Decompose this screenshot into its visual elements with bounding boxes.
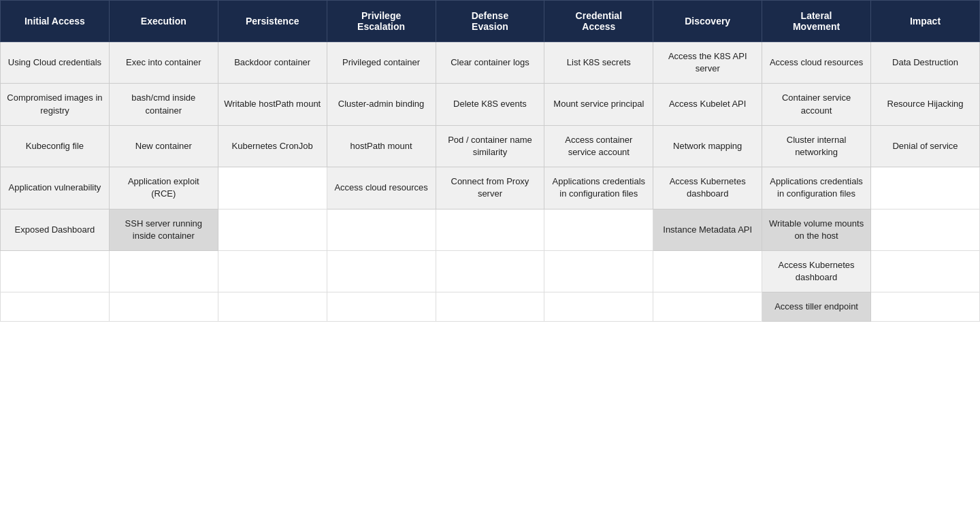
table-row: Using Cloud credentialsExec into contain… — [1, 42, 980, 84]
cell-r0-c0: Using Cloud credentials — [1, 42, 110, 84]
cell-r2-c0: Kubeconfig file — [1, 125, 110, 167]
cell-r2-c6: Network mapping — [653, 125, 762, 167]
cell-r3-c1: Application exploit (RCE) — [109, 167, 218, 209]
cell-r6-c5 — [544, 292, 653, 322]
cell-r0-c8: Data Destruction — [871, 42, 980, 84]
column-header-discovery: Discovery — [653, 1, 762, 42]
cell-r3-c3: Access cloud resources — [327, 167, 436, 209]
cell-r5-c7: Access Kubernetes dashboard — [762, 250, 871, 292]
cell-r0-c4: Clear container logs — [436, 42, 544, 84]
column-header-defense-evasion: DefenseEvasion — [436, 1, 544, 42]
cell-r1-c1: bash/cmd inside container — [109, 84, 218, 125]
column-header-privilege-escalation: PrivilegeEscalation — [327, 1, 436, 42]
cell-r1-c6: Access Kubelet API — [653, 84, 762, 125]
cell-r6-c4 — [436, 292, 544, 322]
cell-r5-c1 — [109, 250, 218, 292]
cell-r4-c1: SSH server running inside container — [109, 209, 218, 250]
cell-r5-c0 — [1, 250, 110, 292]
table-row: Exposed DashboardSSH server running insi… — [1, 209, 980, 250]
table-row: Access Kubernetes dashboard — [1, 250, 980, 292]
cell-r0-c2: Backdoor container — [218, 42, 327, 84]
cell-r6-c8 — [871, 292, 980, 322]
cell-r5-c6 — [653, 250, 762, 292]
cell-r1-c4: Delete K8S events — [436, 84, 544, 125]
cell-r6-c7: Access tiller endpoint — [762, 292, 871, 322]
cell-r5-c8 — [871, 250, 980, 292]
cell-r3-c7: Applications credentials in configuratio… — [762, 167, 871, 209]
table-row: Application vulnerabilityApplication exp… — [1, 167, 980, 209]
cell-r5-c4 — [436, 250, 544, 292]
cell-r3-c2 — [218, 167, 327, 209]
cell-r0-c5: List K8S secrets — [544, 42, 653, 84]
cell-r4-c2 — [218, 209, 327, 250]
cell-r0-c6: Access the K8S API server — [653, 42, 762, 84]
cell-r2-c3: hostPath mount — [327, 125, 436, 167]
cell-r2-c4: Pod / container name similarity — [436, 125, 544, 167]
cell-r3-c0: Application vulnerability — [1, 167, 110, 209]
table-row: Kubeconfig fileNew containerKubernetes C… — [1, 125, 980, 167]
attack-matrix-table: Initial AccessExecutionPersistencePrivil… — [0, 0, 980, 322]
cell-r1-c5: Mount service principal — [544, 84, 653, 125]
column-header-persistence: Persistence — [218, 1, 327, 42]
cell-r3-c4: Connect from Proxy server — [436, 167, 544, 209]
cell-r4-c4 — [436, 209, 544, 250]
column-header-impact: Impact — [871, 1, 980, 42]
cell-r5-c5 — [544, 250, 653, 292]
cell-r0-c3: Privileged container — [327, 42, 436, 84]
cell-r1-c0: Compromised images in registry — [1, 84, 110, 125]
cell-r5-c3 — [327, 250, 436, 292]
table-row: Compromised images in registrybash/cmd i… — [1, 84, 980, 125]
cell-r6-c6 — [653, 292, 762, 322]
cell-r4-c6: Instance Metadata API — [653, 209, 762, 250]
cell-r4-c5 — [544, 209, 653, 250]
cell-r1-c7: Container service account — [762, 84, 871, 125]
cell-r2-c2: Kubernetes CronJob — [218, 125, 327, 167]
column-header-credential-access: CredentialAccess — [544, 1, 653, 42]
cell-r0-c7: Access cloud resources — [762, 42, 871, 84]
cell-r4-c7: Writable volume mounts on the host — [762, 209, 871, 250]
cell-r0-c1: Exec into container — [109, 42, 218, 84]
cell-r6-c2 — [218, 292, 327, 322]
cell-r2-c5: Access container service account — [544, 125, 653, 167]
cell-r4-c8 — [871, 209, 980, 250]
cell-r4-c3 — [327, 209, 436, 250]
cell-r2-c8: Denial of service — [871, 125, 980, 167]
cell-r1-c3: Cluster-admin binding — [327, 84, 436, 125]
cell-r3-c6: Access Kubernetes dashboard — [653, 167, 762, 209]
cell-r3-c5: Applications credentials in configuratio… — [544, 167, 653, 209]
cell-r4-c0: Exposed Dashboard — [1, 209, 110, 250]
cell-r3-c8 — [871, 167, 980, 209]
cell-r5-c2 — [218, 250, 327, 292]
table-row: Access tiller endpoint — [1, 292, 980, 322]
cell-r6-c0 — [1, 292, 110, 322]
cell-r1-c8: Resource Hijacking — [871, 84, 980, 125]
cell-r2-c7: Cluster internal networking — [762, 125, 871, 167]
column-header-lateral-movement: LateralMovement — [762, 1, 871, 42]
cell-r6-c3 — [327, 292, 436, 322]
cell-r1-c2: Writable hostPath mount — [218, 84, 327, 125]
cell-r2-c1: New container — [109, 125, 218, 167]
cell-r6-c1 — [109, 292, 218, 322]
column-header-execution: Execution — [109, 1, 218, 42]
column-header-initial-access: Initial Access — [1, 1, 110, 42]
